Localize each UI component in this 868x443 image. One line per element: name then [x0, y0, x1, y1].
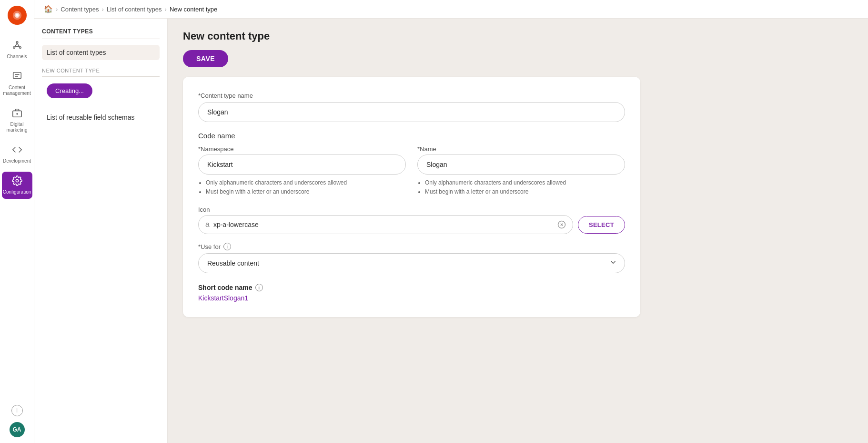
short-code-section: Short code name i KickstartSlogan1 [198, 284, 625, 302]
breadcrumb-content-types[interactable]: Content types [61, 6, 99, 13]
short-code-value: KickstartSlogan1 [198, 294, 625, 302]
svg-point-14 [16, 179, 19, 182]
short-code-title: Short code name i [198, 284, 625, 291]
name-field: *Name Only alphanumeric characters and u… [417, 145, 625, 196]
content-area: Content types List of content types New … [34, 19, 868, 443]
short-code-info-icon[interactable]: i [255, 284, 263, 291]
content-management-icon [12, 71, 22, 83]
svg-line-5 [15, 43, 17, 46]
digital-marketing-label: Digital marketing [4, 122, 30, 133]
app-logo[interactable] [8, 6, 27, 25]
namespace-name-row: *Namespace Only alphanumeric characters … [198, 145, 625, 196]
svg-point-1 [16, 14, 19, 17]
form-card: *Content type name Code name *Namespace [183, 77, 640, 317]
panel-nav-reusable-schemas[interactable]: List of reusable field schemas [42, 110, 160, 125]
name-hints: Only alphanumeric characters and undersc… [417, 178, 625, 196]
channels-icon [12, 40, 22, 52]
breadcrumb-list-content-types[interactable]: List of content types [107, 6, 162, 13]
breadcrumb-current: New content type [170, 6, 217, 13]
use-for-field: *Use for i Reusable content Page Product [198, 243, 625, 273]
icon-input-wrap: a [198, 215, 573, 234]
namespace-hints: Only alphanumeric characters and undersc… [198, 178, 406, 196]
icon-select-button[interactable]: SELECT [578, 216, 625, 234]
sidebar-item-development[interactable]: Development [2, 141, 32, 168]
development-icon [12, 144, 22, 156]
panel-sub-section: New content type Creating... [42, 68, 160, 98]
left-panel: Content types List of content types New … [34, 19, 168, 443]
sidebar-item-configuration[interactable]: Configuration [2, 172, 32, 199]
panel-nav-list-content-types[interactable]: List of content types [42, 45, 160, 60]
svg-point-3 [13, 47, 15, 49]
svg-point-2 [16, 41, 18, 43]
icon-field: Icon a [198, 206, 625, 234]
icon-text-input[interactable] [213, 221, 557, 228]
sidebar-item-digital-marketing[interactable]: Digital marketing [2, 104, 32, 137]
creating-button[interactable]: Creating... [47, 83, 92, 98]
home-icon[interactable]: 🏠 [44, 5, 53, 13]
sidebar-item-content-management[interactable]: Content management [2, 67, 32, 100]
icon-clear-button[interactable] [557, 220, 566, 229]
breadcrumb-sep-2: › [102, 6, 104, 13]
svg-rect-8 [13, 72, 21, 79]
topbar: 🏠 › Content types › List of content type… [34, 0, 868, 19]
use-for-label: *Use for i [198, 243, 625, 250]
use-for-dropdown-wrap: Reusable content Page Product [198, 253, 625, 273]
channels-label: Channels [7, 54, 27, 60]
digital-marketing-icon [12, 108, 22, 120]
panel-sub-title: New content type [42, 68, 160, 77]
name-input[interactable] [417, 155, 625, 175]
right-content: New content type SAVE *Content type name… [168, 19, 868, 443]
content-type-name-input[interactable] [198, 102, 625, 122]
development-label: Development [3, 158, 31, 164]
name-label: *Name [417, 145, 625, 153]
content-type-name-label: *Content type name [198, 92, 625, 99]
panel-section-title: Content types [42, 28, 160, 39]
code-name-section-title: Code name [198, 132, 625, 140]
panel-extra-nav: List of reusable field schemas [42, 110, 160, 125]
breadcrumb-sep-1: › [56, 6, 58, 13]
namespace-input[interactable] [198, 155, 406, 175]
configuration-label: Configuration [3, 189, 31, 195]
breadcrumb-sep-3: › [165, 6, 167, 13]
save-button[interactable]: SAVE [183, 50, 228, 67]
svg-point-4 [19, 47, 21, 49]
icon-row: a SELECT [198, 215, 625, 234]
icon-prefix: a [205, 220, 210, 229]
user-avatar[interactable]: GA [10, 422, 25, 437]
use-for-info-icon[interactable]: i [223, 243, 231, 250]
use-for-select[interactable]: Reusable content Page Product [198, 253, 625, 273]
main-area: 🏠 › Content types › List of content type… [34, 0, 868, 443]
namespace-field: *Namespace Only alphanumeric characters … [198, 145, 406, 196]
sidebar-item-channels[interactable]: Channels [2, 36, 32, 63]
info-button[interactable]: i [11, 405, 23, 416]
content-type-name-field: *Content type name [198, 92, 625, 122]
configuration-icon [12, 175, 22, 187]
icon-label: Icon [198, 206, 625, 213]
svg-line-6 [17, 43, 20, 46]
content-management-label: Content management [3, 85, 30, 96]
page-title: New content type [183, 30, 853, 42]
sidebar: Channels Content management Digital mark… [0, 0, 34, 443]
namespace-label: *Namespace [198, 145, 406, 153]
